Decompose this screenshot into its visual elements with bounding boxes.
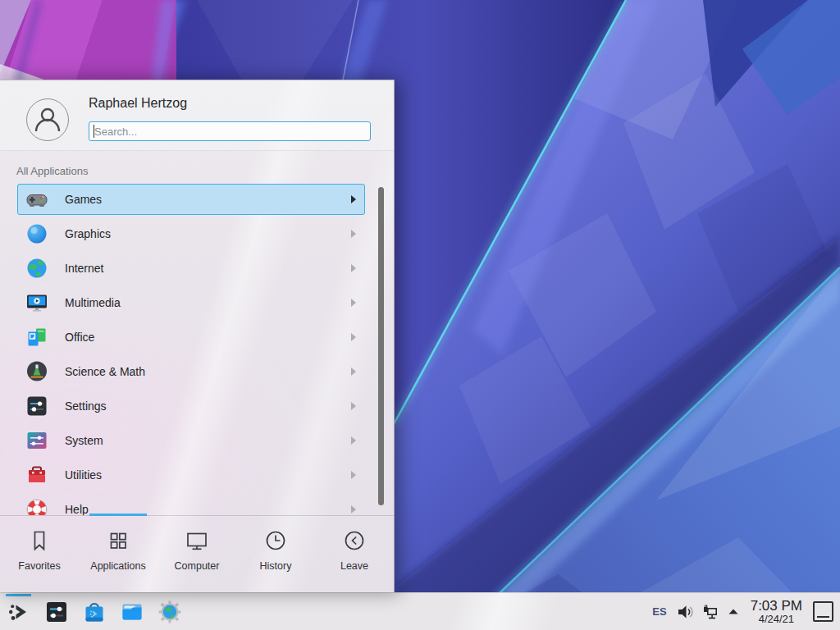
tab-computer[interactable]: Computer: [158, 516, 236, 593]
category-item-office[interactable]: Office: [17, 322, 365, 353]
discover-icon: [82, 600, 107, 624]
category-item-multimedia[interactable]: Multimedia: [17, 287, 365, 318]
search-input[interactable]: [89, 121, 371, 141]
leave-icon: [342, 528, 367, 553]
submenu-arrow-icon: [351, 299, 356, 307]
category-label: Internet: [65, 262, 103, 275]
user-avatar[interactable]: [26, 98, 69, 141]
dolphin-folder-icon: [120, 600, 144, 624]
submenu-arrow-icon: [351, 195, 356, 203]
show-desktop-button[interactable]: [813, 601, 833, 622]
desktop: ES: [0, 0, 840, 630]
category-item-science-math[interactable]: Science & Math: [17, 356, 365, 387]
submenu-arrow-icon: [351, 333, 356, 341]
digital-clock[interactable]: 7:03 PM 4/24/21: [751, 599, 802, 624]
tab-label: Leave: [340, 560, 368, 572]
application-launcher-menu: Raphael Hertzog All Applications Games G…: [0, 80, 395, 592]
multimedia-icon: [25, 291, 48, 314]
settings-icon: [25, 395, 48, 418]
category-list: Games Graphics Internet Multimedia Offic…: [0, 182, 394, 515]
taskbar-discover[interactable]: [75, 593, 113, 630]
keyboard-layout-indicator[interactable]: ES: [651, 605, 668, 618]
category-label: Science & Math: [65, 365, 145, 378]
bookmark-icon: [27, 528, 52, 553]
launcher-tab-bar: Favorites Applications Computer History …: [0, 516, 394, 593]
taskbar-web-browser[interactable]: [151, 593, 189, 630]
system-tray: ES: [651, 593, 833, 630]
taskbar-file-manager[interactable]: [113, 593, 151, 630]
apps-grid-icon: [106, 528, 130, 553]
computer-icon: [185, 528, 209, 553]
expand-tray-icon[interactable]: [727, 605, 740, 619]
konqueror-globe-icon: [158, 600, 182, 624]
submenu-arrow-icon: [351, 368, 356, 376]
network-icon[interactable]: [701, 603, 719, 621]
submenu-arrow-icon: [351, 505, 356, 514]
volume-icon[interactable]: [676, 603, 694, 621]
category-item-graphics[interactable]: Graphics: [17, 218, 365, 249]
tab-favorites[interactable]: Favorites: [0, 516, 79, 593]
tab-label: Applications: [90, 560, 145, 572]
system-settings-icon: [44, 600, 69, 624]
category-item-settings[interactable]: Settings: [17, 390, 365, 422]
category-item-utilities[interactable]: Utilities: [17, 459, 365, 491]
submenu-arrow-icon: [351, 230, 356, 238]
submenu-arrow-icon: [351, 402, 356, 410]
category-item-games[interactable]: Games: [17, 184, 365, 215]
text-caret: [94, 125, 94, 138]
tab-label: Computer: [175, 560, 220, 572]
clock-time: 7:03 PM: [751, 599, 802, 614]
user-name: Raphael Hertzog: [89, 96, 187, 111]
category-label: Multimedia: [65, 296, 121, 309]
category-label: Graphics: [65, 227, 111, 240]
active-indicator: [6, 594, 31, 596]
search-field-wrap: [89, 121, 371, 141]
taskbar-app-icons: [0, 593, 189, 630]
clock-date: 4/24/21: [759, 614, 794, 625]
taskbar-application-launcher[interactable]: [0, 593, 38, 630]
category-label: Help: [65, 503, 89, 515]
system-icon: [25, 429, 48, 452]
science-icon: [25, 360, 48, 383]
tab-leave[interactable]: Leave: [315, 516, 394, 593]
office-icon: [25, 326, 48, 349]
tab-label: History: [260, 560, 292, 572]
history-icon: [263, 528, 288, 553]
kde-launcher-icon: [6, 599, 32, 625]
category-item-system[interactable]: System: [17, 425, 365, 456]
section-label: All Applications: [16, 165, 88, 177]
category-label: Office: [65, 331, 94, 344]
submenu-arrow-icon: [351, 436, 356, 445]
category-label: Settings: [65, 399, 107, 413]
category-label: Games: [65, 193, 102, 206]
launcher-header: Raphael Hertzog: [0, 80, 394, 151]
taskbar: ES: [0, 592, 840, 630]
category-item-help[interactable]: Help: [17, 494, 365, 515]
utilities-icon: [25, 463, 48, 486]
category-item-internet[interactable]: Internet: [17, 253, 365, 284]
tab-history[interactable]: History: [236, 516, 315, 593]
category-label: System: [65, 434, 103, 447]
category-label: Utilities: [65, 468, 102, 482]
submenu-arrow-icon: [351, 471, 356, 479]
help-icon: [25, 498, 48, 515]
tab-applications[interactable]: Applications: [79, 516, 158, 593]
submenu-arrow-icon: [351, 264, 356, 272]
scrollbar-thumb[interactable]: [378, 187, 384, 505]
graphics-icon: [25, 222, 48, 245]
games-icon: [25, 188, 48, 211]
taskbar-system-settings[interactable]: [38, 593, 75, 630]
internet-icon: [25, 257, 48, 280]
tab-label: Favorites: [18, 560, 60, 572]
